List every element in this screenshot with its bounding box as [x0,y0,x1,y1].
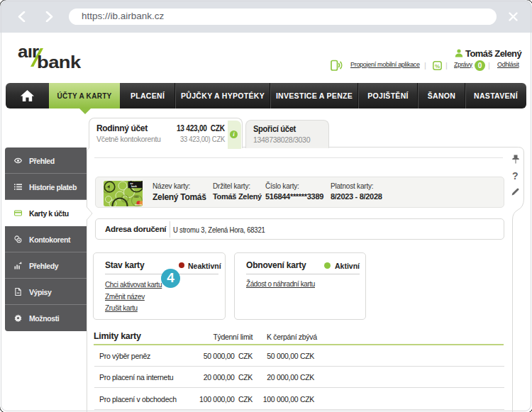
svg-text:bank: bank [131,185,137,188]
svg-text:3089: 3089 [134,196,139,199]
